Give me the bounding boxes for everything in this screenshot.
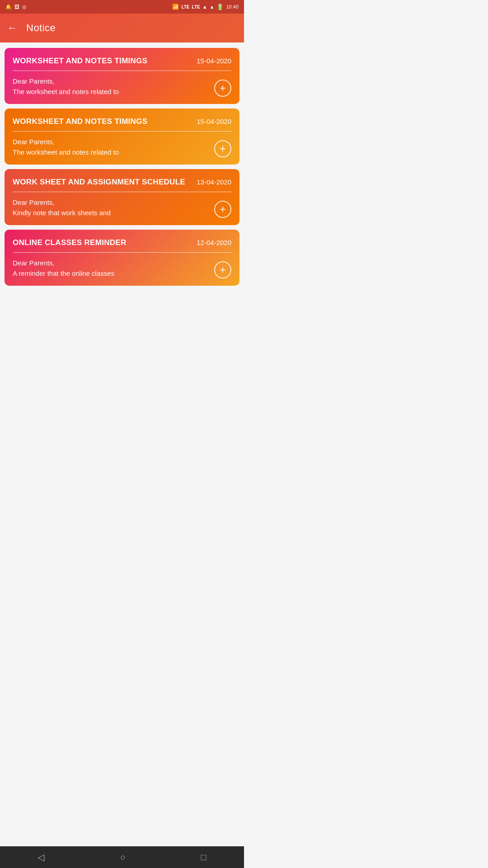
page-title: Notice: [26, 22, 56, 34]
notice-date-4: 12-04-2020: [197, 238, 231, 246]
notice-body-4: Dear Parents,A reminder that the online …: [13, 258, 231, 278]
notice-body-2: Dear Parents,The worksheet and notes rel…: [13, 137, 231, 157]
notice-title-1: WORKSHEET AND NOTES TIMINGS: [13, 56, 197, 66]
notice-preview-3: Dear Parents,Kindly note that work sheet…: [13, 198, 209, 218]
notice-title-2: WORKSHEET AND NOTES TIMINGS: [13, 117, 197, 127]
lte-label2: LTE: [192, 5, 200, 9]
notice-date-3: 13-04-2020: [197, 177, 231, 186]
notice-body-1: Dear Parents,The worksheet and notes rel…: [13, 76, 231, 97]
notice-header-1: WORKSHEET AND NOTES TIMINGS 15-04-2020: [13, 56, 231, 66]
notice-date-2: 15-04-2020: [197, 117, 231, 125]
expand-button-4[interactable]: +: [214, 261, 231, 278]
notice-divider-1: [13, 71, 231, 71]
plus-icon-3: +: [220, 204, 226, 215]
notice-header-2: WORKSHEET AND NOTES TIMINGS 15-04-2020: [13, 117, 231, 127]
notice-preview-1: Dear Parents,The worksheet and notes rel…: [13, 76, 209, 97]
notice-divider-3: [13, 192, 231, 192]
lte-label: LTE: [181, 5, 189, 9]
signal-icon2: ▲: [210, 4, 215, 9]
battery-icon: 🔋: [216, 4, 224, 10]
image-icon: 🖼: [14, 4, 19, 9]
notice-header-3: WORK SHEET AND ASSIGNMENT SCHEDULE 13-04…: [13, 177, 231, 187]
notice-preview-2: Dear Parents,The worksheet and notes rel…: [13, 137, 209, 157]
status-bar-right: 📶 LTE LTE ▲ ▲ 🔋 10:40: [172, 4, 239, 10]
notice-card-2[interactable]: WORKSHEET AND NOTES TIMINGS 15-04-2020 D…: [5, 108, 239, 165]
notice-card-4[interactable]: ONLINE CLASSES REMINDER 12-04-2020 Dear …: [5, 230, 239, 286]
plus-icon-2: +: [220, 143, 226, 154]
status-bar-left: 🔔 🖼 ◎: [5, 4, 27, 10]
notice-title-4: ONLINE CLASSES REMINDER: [13, 238, 197, 248]
plus-icon-4: +: [220, 264, 226, 275]
notice-date-1: 15-04-2020: [197, 56, 231, 65]
plus-icon-1: +: [220, 83, 226, 94]
notice-card-3[interactable]: WORK SHEET AND ASSIGNMENT SCHEDULE 13-04…: [5, 169, 239, 225]
notice-title-3: WORK SHEET AND ASSIGNMENT SCHEDULE: [13, 177, 197, 187]
notice-divider-4: [13, 252, 231, 253]
notice-preview-4: Dear Parents,A reminder that the online …: [13, 258, 209, 278]
expand-button-3[interactable]: +: [214, 201, 231, 218]
time-display: 10:40: [226, 4, 239, 9]
status-bar: 🔔 🖼 ◎ 📶 LTE LTE ▲ ▲ 🔋 10:40: [0, 0, 244, 14]
notice-header-4: ONLINE CLASSES REMINDER 12-04-2020: [13, 238, 231, 248]
signal-icon: ▲: [202, 4, 207, 9]
notification-icon: 🔔: [5, 4, 12, 10]
expand-button-2[interactable]: +: [214, 140, 231, 157]
notices-list: WORKSHEET AND NOTES TIMINGS 15-04-2020 D…: [0, 42, 244, 291]
wifi-icon: 📶: [172, 4, 179, 10]
notice-divider-2: [13, 131, 231, 132]
notice-card-1[interactable]: WORKSHEET AND NOTES TIMINGS 15-04-2020 D…: [5, 48, 239, 104]
settings-icon: ◎: [22, 4, 27, 10]
back-button[interactable]: ←: [7, 22, 17, 34]
expand-button-1[interactable]: +: [214, 80, 231, 97]
top-app-bar: ← Notice: [0, 14, 244, 42]
notice-body-3: Dear Parents,Kindly note that work sheet…: [13, 198, 231, 218]
